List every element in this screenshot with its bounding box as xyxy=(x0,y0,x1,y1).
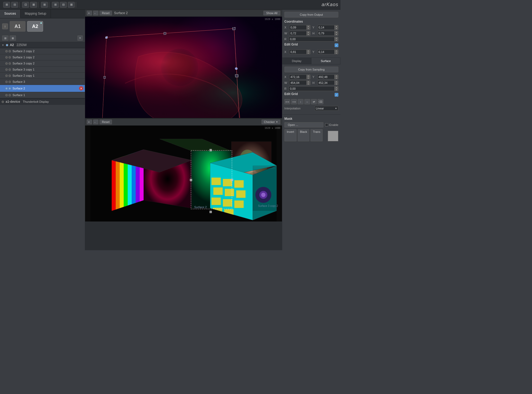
toolbar-btn-3[interactable]: ⊡ xyxy=(22,2,29,8)
copy-sampling-button[interactable]: Copy from Sampling xyxy=(284,67,338,72)
grid-icon-btn-2[interactable]: ⟹ xyxy=(291,99,297,104)
surface-w-up[interactable]: ▲ xyxy=(306,81,310,83)
surface-x-up[interactable]: ▲ xyxy=(306,75,310,77)
layer-item-surface1copy2[interactable]: Surface 1 copy 2 xyxy=(0,54,85,60)
top-reset-button[interactable]: Reset xyxy=(99,11,112,15)
show-all-button[interactable]: Show All xyxy=(263,11,280,15)
coord-w-down[interactable]: ▼ xyxy=(306,33,310,35)
grid-x-field[interactable]: 0,81 ▲ ▼ xyxy=(289,50,310,54)
coord-h-field[interactable]: 0,79 ▲ ▼ xyxy=(317,31,339,36)
layer-item-surface1[interactable]: Surface 1 xyxy=(0,92,85,98)
toolbar-btn-4[interactable]: ⊠ xyxy=(30,2,37,8)
coord-y-up[interactable]: ▲ xyxy=(334,25,338,27)
handle-mid-left[interactable] xyxy=(103,76,106,79)
mask-open-button[interactable]: Open ... xyxy=(284,122,323,128)
handle-mid-right[interactable] xyxy=(235,74,239,77)
toolbar-btn-1[interactable]: ⊞ xyxy=(3,2,10,8)
mask-black-button[interactable]: Black xyxy=(298,129,310,141)
grid-y-up[interactable]: ▲ xyxy=(334,50,338,52)
layer-item-surface2copy1[interactable]: Surface 2 copy 1 xyxy=(0,73,85,79)
surface-edit-grid-checkbox[interactable]: ✓ xyxy=(335,93,338,97)
surface-y-field[interactable]: 492,48 ▲ ▼ xyxy=(317,75,339,79)
grid-icon-btn-4[interactable]: ↔ xyxy=(304,99,310,104)
coord-x-up[interactable]: ▲ xyxy=(306,25,310,27)
add-layer-button[interactable]: + xyxy=(77,35,83,41)
surface-r-down[interactable]: ▼ xyxy=(334,89,338,91)
toolbar-btn-7[interactable]: ⊟ xyxy=(60,2,67,8)
grid-x-down[interactable]: ▼ xyxy=(306,52,310,54)
grid-y-down[interactable]: ▼ xyxy=(334,52,338,54)
surface-h-field[interactable]: 452,34 ▲ ▼ xyxy=(317,80,339,85)
layer-item-surface2copy2[interactable]: Surface 2 copy 2 xyxy=(0,48,85,54)
source-a1-button[interactable]: A1 xyxy=(10,21,26,32)
top-add-button[interactable]: + xyxy=(87,11,92,15)
bottom-remove-button[interactable]: - xyxy=(93,120,98,124)
surface-y-down[interactable]: ▼ xyxy=(334,77,338,79)
handle-top-right[interactable] xyxy=(232,27,235,30)
toolbar-btn-2[interactable]: ⊟ xyxy=(11,2,18,8)
handle-top-mid[interactable] xyxy=(164,32,166,35)
coord-x-field[interactable]: 0,09 ▲ ▼ xyxy=(289,25,310,30)
toolbar-btn-8[interactable]: ⊠ xyxy=(68,2,75,8)
layer-item-surface3[interactable]: Surface 3 xyxy=(0,79,85,85)
surface-h-up[interactable]: ▲ xyxy=(334,81,338,83)
surface-w-h-row: W 454,04 ▲ ▼ H 452,34 ▲ ▼ xyxy=(284,80,338,85)
layer-item-surface2[interactable]: Surface 2 ✕ xyxy=(0,85,85,92)
grid-icon-btn-1[interactable]: ⟺ xyxy=(284,99,290,104)
surface-w-down[interactable]: ▼ xyxy=(306,83,310,85)
mask-invert-button[interactable]: Invert xyxy=(284,129,297,141)
surface-x-down[interactable]: ▼ xyxy=(306,77,310,79)
coord-w-spinners: ▲ ▼ xyxy=(306,31,310,35)
checker-button[interactable]: Checker ▼ xyxy=(261,120,280,124)
tab-display[interactable]: Display xyxy=(282,58,311,64)
layer-controls: ⊞ ⊠ + xyxy=(0,34,85,42)
layer-close-button[interactable]: ✕ xyxy=(79,86,83,91)
top-surface-name: Surface 2 xyxy=(114,11,128,15)
layer-item-surface3copy1[interactable]: Surface 3 copy 1 xyxy=(0,67,85,73)
grid-x-y-row: X 0,81 ▲ ▼ Y 0,14 ▲ ▼ xyxy=(284,50,338,54)
coord-r-up[interactable]: ▲ xyxy=(334,37,338,39)
layer-item-surface3copy2[interactable]: Surface 3 copy 2 xyxy=(0,60,85,67)
grid-icon-btn-5[interactable]: ⇄ xyxy=(311,99,317,104)
bottom-add-button[interactable]: + xyxy=(87,120,92,124)
coord-h-down[interactable]: ▼ xyxy=(334,33,338,35)
grid-y-field[interactable]: 0,14 ▲ ▼ xyxy=(317,50,339,54)
surface-h-down[interactable]: ▼ xyxy=(334,83,338,85)
grid-x-up[interactable]: ▲ xyxy=(306,50,310,52)
coord-h-up[interactable]: ▲ xyxy=(334,31,338,33)
copy-output-button[interactable]: Copy from Output xyxy=(284,12,338,18)
bottom-reset-button[interactable]: Reset xyxy=(99,120,112,124)
surface-w-field[interactable]: 454,04 ▲ ▼ xyxy=(289,80,310,85)
grid-icon-btn-3[interactable]: ↕ xyxy=(298,99,304,104)
layer-view-btn-1[interactable]: ⊞ xyxy=(2,35,9,41)
coord-r-field[interactable]: 0,00 ▲ ▼ xyxy=(289,37,338,42)
surface-x-field[interactable]: 472,16 ▲ ▼ xyxy=(289,75,310,79)
edit-grid-checkbox[interactable]: ✓ xyxy=(335,43,338,47)
tab-sources[interactable]: Sources xyxy=(0,10,20,18)
toolbar-btn-5[interactable]: ⊞ xyxy=(41,2,48,8)
layer-view-btn-2[interactable]: ⊠ xyxy=(10,35,16,41)
top-remove-button[interactable]: - xyxy=(93,11,98,15)
coord-x-down[interactable]: ▼ xyxy=(306,27,310,30)
mask-enable-checkbox[interactable] xyxy=(325,123,328,126)
coord-w-up[interactable]: ▲ xyxy=(306,31,310,33)
tab-surface[interactable]: Surface xyxy=(311,58,341,64)
toolbar-btn-6[interactable]: ⊞ xyxy=(52,2,59,8)
layer-group-a2[interactable]: ▼ A2 2250W xyxy=(0,42,85,48)
surface-r-up[interactable]: ▲ xyxy=(334,87,338,89)
source-a2-button[interactable]: A2 xyxy=(27,21,43,32)
device-item-a1[interactable]: a1-device Thunderbolt Display xyxy=(0,98,85,105)
coord-r-down[interactable]: ▼ xyxy=(334,39,338,41)
surface-r-field[interactable]: 0,00 ▲ ▼ xyxy=(289,86,338,91)
info-button[interactable]: i xyxy=(2,23,8,29)
coord-w-field[interactable]: 0,72 ▲ ▼ xyxy=(289,31,310,36)
coord-y-down[interactable]: ▼ xyxy=(334,27,338,30)
interpolation-select[interactable]: Linear ▼ xyxy=(314,106,338,111)
coord-y-field[interactable]: 0,14 ▲ ▼ xyxy=(317,25,339,30)
grid-icon-btn-6[interactable]: ⌫ xyxy=(318,99,323,104)
main-layout: Sources Mapping Setup i A1 A2 ⊞ ⊠ + ▼ xyxy=(0,10,340,250)
surface-y-up[interactable]: ▲ xyxy=(334,75,338,77)
mask-trans-button[interactable]: Trans xyxy=(310,129,323,141)
warp-handle-mr[interactable] xyxy=(235,67,238,70)
tab-mapping-setup[interactable]: Mapping Setup xyxy=(20,10,51,18)
